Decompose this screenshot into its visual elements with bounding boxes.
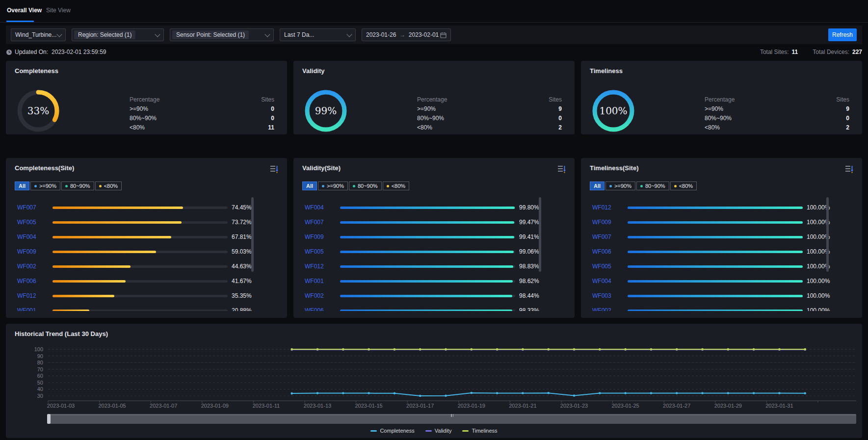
- site-link[interactable]: WF003: [592, 292, 628, 299]
- filter-chip-8090[interactable]: 80~90%: [349, 181, 382, 190]
- percentage-header: Percentage: [130, 95, 159, 104]
- time-range-value: Last 7 Da...: [284, 31, 314, 38]
- bar-track: [340, 221, 515, 224]
- filter-chip-90[interactable]: >=90%: [30, 181, 60, 190]
- legend-item-validity[interactable]: Validity: [425, 428, 452, 434]
- svg-text:2023-01-31: 2023-01-31: [765, 403, 793, 409]
- site-bar-list: WF012100.00%WF009100.00%WF007100.00%WF00…: [581, 200, 862, 311]
- filter-chip-90[interactable]: >=90%: [605, 181, 635, 190]
- site-link[interactable]: WF002: [305, 292, 340, 299]
- site-link[interactable]: WF004: [305, 204, 340, 211]
- svg-text:2023-01-23: 2023-01-23: [560, 403, 588, 409]
- zoom-slider-grip[interactable]: [450, 414, 455, 417]
- site-link[interactable]: WF006: [592, 248, 628, 255]
- filter-chip-80[interactable]: <80%: [95, 181, 122, 190]
- site-link[interactable]: WF005: [305, 248, 340, 255]
- site-link[interactable]: WF002: [592, 307, 628, 311]
- date-range-picker[interactable]: 2023-01-26 → 2023-02-01: [362, 28, 451, 41]
- site-link[interactable]: WF009: [305, 233, 340, 240]
- sort-icon[interactable]: [269, 165, 279, 174]
- bar-value: 100.00%: [807, 307, 833, 311]
- site-link[interactable]: WF005: [17, 219, 53, 226]
- site-bar-row: WF00999.41%: [293, 230, 575, 244]
- tab-site-view[interactable]: Site View: [46, 7, 71, 14]
- site-link[interactable]: WF001: [305, 278, 340, 285]
- filter-chip-80[interactable]: <80%: [383, 181, 409, 190]
- chip-label: All: [594, 183, 601, 189]
- time-range-dropdown[interactable]: Last 7 Da...: [280, 28, 356, 41]
- legend-marker: [462, 430, 469, 432]
- updated-on-label: Updated On:: [15, 49, 48, 55]
- total-devices-label: Total Devices:: [813, 49, 849, 55]
- svg-text:2023-01-17: 2023-01-17: [406, 403, 434, 409]
- bar-track: [53, 280, 228, 283]
- donut-percent-value: 100%: [590, 87, 637, 134]
- legend-label: Timeliness: [472, 428, 497, 434]
- bar-fill: [53, 221, 182, 224]
- filter-chip-8090[interactable]: 80~90%: [636, 181, 669, 190]
- bar-track: [340, 295, 515, 297]
- chip-dot: [322, 185, 324, 187]
- bar-fill: [340, 236, 514, 238]
- site-link[interactable]: WF007: [592, 233, 628, 240]
- site-link[interactable]: WF009: [17, 248, 53, 255]
- trend-zoom-slider[interactable]: [48, 414, 856, 424]
- refresh-button[interactable]: Refresh: [828, 28, 857, 41]
- vertical-scrollbar[interactable]: [826, 197, 829, 272]
- site-link[interactable]: WF004: [17, 233, 53, 240]
- chip-label: <80%: [679, 183, 693, 189]
- legend-item-timeliness[interactable]: Timeliness: [462, 428, 497, 434]
- bar-value: 100.00%: [807, 263, 833, 270]
- site-link[interactable]: WF002: [17, 263, 53, 270]
- filter-chip-all[interactable]: All: [302, 181, 317, 190]
- filter-chip-8090[interactable]: 80~90%: [61, 181, 94, 190]
- bar-track: [53, 265, 228, 268]
- zoom-slider-left-handle[interactable]: [47, 414, 51, 424]
- site-link[interactable]: WF006: [305, 307, 340, 311]
- site-bar-row: WF00467.81%: [6, 230, 287, 244]
- bar-fill: [340, 207, 515, 209]
- bar-fill: [340, 295, 512, 297]
- sort-icon[interactable]: [844, 165, 854, 174]
- chip-label: All: [19, 183, 26, 189]
- filter-chip-all[interactable]: All: [590, 181, 605, 190]
- site-link[interactable]: WF012: [17, 292, 53, 299]
- site-card-title: Validity(Site): [302, 164, 341, 172]
- bar-value: 73.72%: [232, 219, 258, 226]
- site-link[interactable]: WF004: [592, 278, 628, 285]
- device-type-dropdown[interactable]: Wind_Turbine...: [11, 28, 66, 41]
- chip-label: >=90%: [39, 183, 56, 189]
- bar-value: 20.88%: [232, 307, 258, 311]
- filter-chip-80[interactable]: <80%: [670, 181, 697, 190]
- site-bar-row: WF00573.72%: [6, 215, 287, 230]
- filter-chip-all[interactable]: All: [15, 181, 29, 190]
- legend-item-completeness[interactable]: Completeness: [370, 428, 414, 434]
- vertical-scrollbar[interactable]: [251, 197, 254, 272]
- bar-fill: [628, 265, 803, 268]
- chevron-down-icon: [56, 31, 62, 37]
- site-link[interactable]: WF005: [592, 263, 628, 270]
- site-link[interactable]: WF009: [592, 219, 628, 226]
- historical-trend-card: Historical Trend (Last 30 Days) 10090807…: [6, 324, 862, 438]
- site-link[interactable]: WF012: [592, 204, 628, 211]
- vertical-scrollbar[interactable]: [539, 197, 541, 272]
- trend-title: Historical Trend (Last 30 Days): [15, 330, 108, 337]
- site-link[interactable]: WF001: [17, 307, 53, 311]
- site-link[interactable]: WF007: [305, 219, 340, 226]
- sites-value: 11: [268, 123, 274, 132]
- region-dropdown[interactable]: Region: Selected (1): [72, 28, 164, 41]
- sort-icon[interactable]: [557, 165, 567, 174]
- sensor-point-dropdown[interactable]: Sensor Point: Selected (1): [170, 28, 274, 41]
- filter-chip-90[interactable]: >=90%: [318, 181, 348, 190]
- site-bar-row: WF00120.88%: [6, 303, 287, 311]
- chip-label: 80~90%: [358, 183, 378, 189]
- bar-value: 98.44%: [519, 292, 546, 299]
- site-link[interactable]: WF007: [17, 204, 53, 211]
- tab-overall-view[interactable]: Overall View: [7, 7, 42, 14]
- site-link[interactable]: WF006: [17, 278, 53, 285]
- site-link[interactable]: WF012: [305, 263, 340, 270]
- bar-value: 98.33%: [519, 307, 546, 311]
- chip-dot: [609, 185, 612, 187]
- chip-label: <80%: [392, 183, 405, 189]
- updated-on-time: 2023-02-01 23:59:59: [52, 49, 106, 55]
